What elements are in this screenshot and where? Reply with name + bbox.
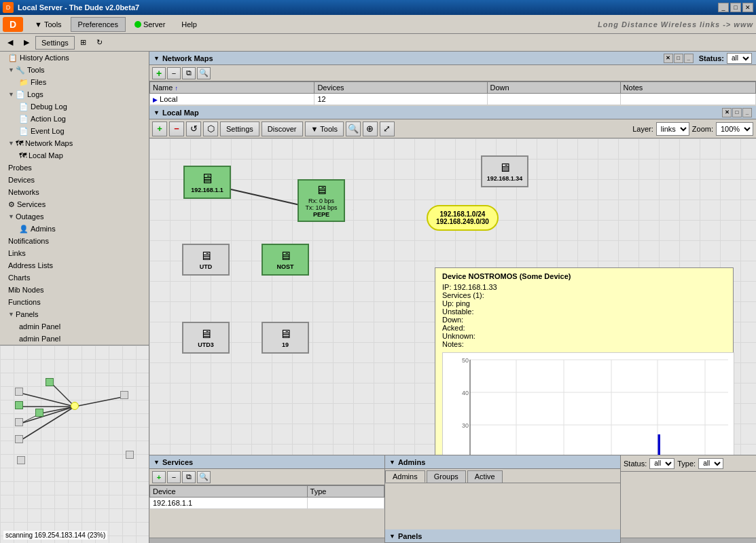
discover-button[interactable]: Discover [262,121,303,136]
node-192-168-1-1[interactable]: 🖥 192.168.1.1 [183,166,231,199]
rotate-button[interactable]: ↺ [186,121,201,136]
sidebar-item-services[interactable]: ⚙ Services [0,198,149,210]
remove-map-button[interactable]: − [167,67,181,79]
table-row[interactable]: 192.168.1.1 [150,498,384,509]
status-filter: Status: all [699,53,752,64]
tools-menu[interactable]: ▼ Tools [27,17,69,32]
logs-icon: 📄 [16,90,25,99]
tab-admins[interactable]: Admins [385,470,425,483]
copy-map-button[interactable]: ⧉ [182,67,196,79]
sidebar-item-local-map[interactable]: 🗺 Local Map [0,149,149,162]
sidebar-item-debug-log[interactable]: 📄 Debug Log [0,100,149,113]
col-notes[interactable]: Notes [620,82,755,94]
sidebar-item-tools[interactable]: ▼ 🔧 Tools [0,64,149,76]
sidebar-item-devices[interactable]: Devices [0,174,149,186]
sidebar-item-files[interactable]: 📁 Files [0,76,149,88]
sidebar-item-notifications[interactable]: Notifications [0,235,149,247]
col-device[interactable]: Device [150,486,308,498]
local-map-panel-controls[interactable]: ✕ □ _ [722,108,752,117]
right-scrollbar[interactable] [621,538,756,543]
panel-maximize-btn[interactable]: □ [674,54,683,63]
node-network-hub[interactable]: 192.168.1.0/24 192.168.249.0/30 [427,205,499,231]
collapse-icon[interactable]: ▼ [154,109,160,116]
add-service-button[interactable]: + [152,471,166,483]
table-row[interactable]: ▶ Local 12 [150,94,756,105]
local-map-header: ▼ Local Map ✕ □ _ [149,106,756,119]
sidebar-item-links[interactable]: Links [0,247,149,259]
tab-active[interactable]: Active [467,470,503,483]
event-log-icon: 📄 [19,127,29,136]
server-menu[interactable]: Server [127,17,173,32]
remove-service-button[interactable]: − [167,471,181,483]
select-button[interactable]: ⬡ [203,121,218,136]
sidebar-item-admin-panel-2[interactable]: admin Panel [0,333,149,345]
close-button[interactable]: ✕ [742,3,753,12]
copy-service-button[interactable]: ⧉ [182,471,196,483]
panel-minimize-btn[interactable]: _ [684,54,694,63]
panel-close-btn[interactable]: ✕ [664,54,673,63]
sidebar-item-history[interactable]: 📋 History Actions [0,52,149,64]
status-select[interactable]: all [727,53,752,64]
refresh-button[interactable]: ↻ [92,36,107,50]
panel-controls[interactable]: ✕ □ _ [664,54,694,63]
sidebar-item-charts[interactable]: Charts [0,272,149,284]
sidebar-item-logs[interactable]: ▼ 📄 Logs [0,88,149,100]
sidebar-item-event-log[interactable]: 📄 Event Log [0,125,149,137]
node-utd3[interactable]: 🖥 UTD3 [182,322,230,354]
settings-button[interactable]: Settings [35,36,75,50]
sidebar-item-mib-nodes[interactable]: Mib Nodes [0,284,149,296]
sidebar-item-outages[interactable]: ▼ Outages [0,210,149,223]
sidebar-item-panels[interactable]: ▼ Panels [0,308,149,320]
node-nost[interactable]: 🖥 NOST [262,244,309,276]
map-settings-button[interactable]: Settings [220,121,259,136]
node-pepe[interactable]: 🖥 Rx: 0 bps Tx: 104 bps PEPE [298,179,345,222]
node-19[interactable]: 🖥 19 [262,322,309,354]
local-map-maximize-btn[interactable]: □ [732,108,742,117]
collapse-arrow[interactable]: ▼ [154,55,160,62]
sidebar-item-network-maps[interactable]: ▼ 🗺 Network Maps [0,137,149,149]
sidebar-item-admin-panel-1[interactable]: admin Panel [0,320,149,333]
col-devices[interactable]: Devices [314,82,487,94]
sidebar-item-functions[interactable]: Functions [0,296,149,308]
local-map-close-btn[interactable]: ✕ [722,108,732,117]
layer-select[interactable]: links [656,122,689,136]
col-down[interactable]: Down [487,82,620,94]
tools-dropdown-button[interactable]: ▼ Tools [305,121,344,136]
search-service-button[interactable]: 🔍 [197,471,211,483]
status-filter-select[interactable]: all [649,458,674,469]
tab-groups[interactable]: Groups [427,470,466,483]
fullscreen-button[interactable]: ⤢ [380,121,395,136]
add-device-button[interactable]: + [152,121,167,136]
back-button[interactable]: ◀ [3,36,18,50]
local-map-minimize-btn[interactable]: _ [742,108,752,117]
remove-device-button[interactable]: − [169,121,184,136]
window-controls[interactable]: _ □ ✕ [718,3,753,12]
search-map-button[interactable]: 🔍 [197,67,211,79]
view-history-button[interactable]: ⊞ [76,36,91,50]
search-map-button[interactable]: 🔍 [346,121,361,136]
admins-collapse[interactable]: ▼ [389,459,395,466]
add-map-button[interactable]: + [152,67,166,79]
sidebar-item-probes[interactable]: Probes [0,162,149,174]
sidebar-item-action-log[interactable]: 📄 Action Log [0,113,149,125]
admins-header: ▼ Admins [385,455,620,469]
preferences-menu[interactable]: Preferences [71,17,126,32]
sidebar-item-admins[interactable]: 👤 Admins [0,223,149,235]
col-name[interactable]: Name ↑ [150,82,314,94]
horizontal-scrollbar[interactable] [149,538,384,543]
forward-button[interactable]: ▶ [19,36,34,50]
col-type[interactable]: Type [307,486,384,498]
type-filter-select[interactable]: all [698,458,723,469]
minimize-button[interactable]: _ [718,3,729,12]
sidebar-item-networks[interactable]: Networks [0,186,149,198]
panels-collapse[interactable]: ▼ [389,533,395,540]
services-collapse[interactable]: ▼ [154,459,160,466]
map-canvas[interactable]: 🖥 192.168.1.1 🖥 Rx: 0 bps Tx: 104 bps PE… [149,138,756,455]
help-menu[interactable]: Help [174,17,204,32]
node-utd[interactable]: 🖥 UTD [182,244,230,276]
maximize-button[interactable]: □ [730,3,741,12]
sidebar-item-address-lists[interactable]: Address Lists [0,259,149,272]
node-192-168-1-34[interactable]: 🖥 192.168.1.34 [481,155,528,187]
zoom-select[interactable]: 100% [716,122,753,136]
crosshair-button[interactable]: ⊕ [363,121,378,136]
